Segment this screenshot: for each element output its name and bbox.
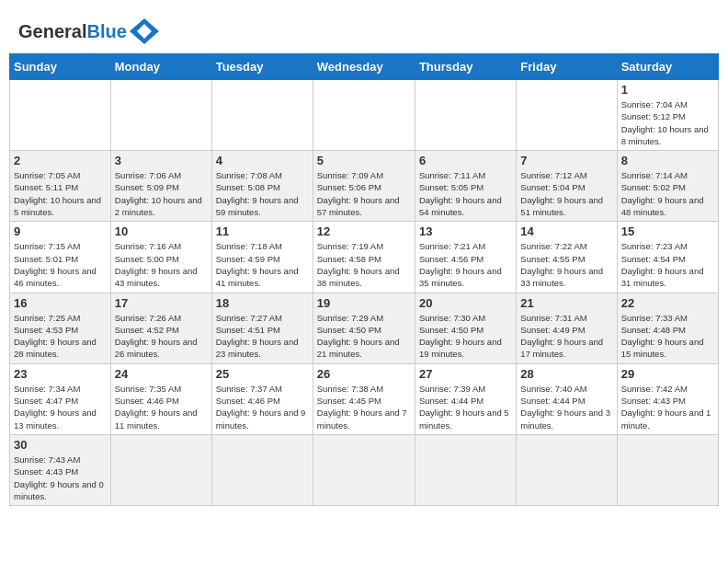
calendar-cell: 30Sunrise: 7:43 AM Sunset: 4:43 PM Dayli… — [10, 434, 111, 505]
calendar-cell: 15Sunrise: 7:23 AM Sunset: 4:54 PM Dayli… — [617, 222, 718, 293]
calendar-cell: 29Sunrise: 7:42 AM Sunset: 4:43 PM Dayli… — [617, 363, 718, 434]
day-number: 14 — [520, 224, 612, 238]
week-row-1: 2Sunrise: 7:05 AM Sunset: 5:11 PM Daylig… — [10, 151, 719, 222]
day-number: 9 — [14, 224, 107, 238]
weekday-header-monday: Monday — [110, 54, 211, 80]
week-row-3: 16Sunrise: 7:25 AM Sunset: 4:53 PM Dayli… — [10, 293, 719, 363]
header: GeneralBlue — [9, 9, 719, 49]
day-number: 19 — [317, 296, 411, 310]
calendar-cell: 13Sunrise: 7:21 AM Sunset: 4:56 PM Dayli… — [415, 222, 516, 293]
calendar-cell — [110, 80, 211, 151]
calendar-cell: 12Sunrise: 7:19 AM Sunset: 4:58 PM Dayli… — [313, 222, 415, 293]
calendar-cell: 27Sunrise: 7:39 AM Sunset: 4:44 PM Dayli… — [415, 363, 516, 434]
day-number: 21 — [520, 296, 612, 310]
calendar-cell: 1Sunrise: 7:04 AM Sunset: 5:12 PM Daylig… — [617, 80, 718, 151]
weekday-header-row: SundayMondayTuesdayWednesdayThursdayFrid… — [10, 54, 719, 80]
day-number: 6 — [419, 154, 512, 167]
calendar-cell: 26Sunrise: 7:38 AM Sunset: 4:45 PM Dayli… — [313, 363, 415, 434]
calendar-cell — [313, 434, 415, 505]
day-number: 1 — [621, 83, 714, 97]
calendar-cell: 22Sunrise: 7:33 AM Sunset: 4:48 PM Dayli… — [617, 293, 718, 363]
day-info: Sunrise: 7:23 AM Sunset: 4:54 PM Dayligh… — [621, 240, 714, 289]
calendar-cell — [10, 80, 111, 151]
day-number: 2 — [14, 154, 107, 167]
weekday-header-friday: Friday — [517, 54, 617, 80]
calendar-cell: 9Sunrise: 7:15 AM Sunset: 5:01 PM Daylig… — [10, 222, 111, 293]
day-info: Sunrise: 7:14 AM Sunset: 5:02 PM Dayligh… — [621, 169, 714, 218]
calendar-cell — [415, 434, 516, 505]
day-info: Sunrise: 7:31 AM Sunset: 4:49 PM Dayligh… — [520, 312, 612, 361]
calendar-cell: 14Sunrise: 7:22 AM Sunset: 4:55 PM Dayli… — [517, 222, 617, 293]
calendar-cell: 23Sunrise: 7:34 AM Sunset: 4:47 PM Dayli… — [10, 363, 111, 434]
day-number: 17 — [115, 296, 208, 310]
day-number: 29 — [621, 367, 714, 381]
calendar-cell: 24Sunrise: 7:35 AM Sunset: 4:46 PM Dayli… — [110, 363, 211, 434]
day-number: 10 — [115, 224, 208, 238]
day-info: Sunrise: 7:16 AM Sunset: 5:00 PM Dayligh… — [115, 240, 208, 289]
day-number: 11 — [216, 224, 309, 238]
day-number: 8 — [621, 154, 714, 167]
week-row-2: 9Sunrise: 7:15 AM Sunset: 5:01 PM Daylig… — [10, 222, 719, 293]
day-number: 26 — [317, 367, 411, 381]
day-number: 12 — [317, 224, 411, 238]
calendar-cell: 21Sunrise: 7:31 AM Sunset: 4:49 PM Dayli… — [517, 293, 617, 363]
calendar-cell: 18Sunrise: 7:27 AM Sunset: 4:51 PM Dayli… — [211, 293, 313, 363]
calendar-cell — [110, 434, 211, 505]
calendar-cell: 2Sunrise: 7:05 AM Sunset: 5:11 PM Daylig… — [10, 151, 111, 222]
calendar: SundayMondayTuesdayWednesdayThursdayFrid… — [9, 53, 719, 506]
calendar-cell: 17Sunrise: 7:26 AM Sunset: 4:52 PM Dayli… — [110, 293, 211, 363]
day-info: Sunrise: 7:25 AM Sunset: 4:53 PM Dayligh… — [14, 312, 107, 361]
calendar-cell: 16Sunrise: 7:25 AM Sunset: 4:53 PM Dayli… — [10, 293, 111, 363]
calendar-cell — [415, 80, 516, 151]
day-info: Sunrise: 7:39 AM Sunset: 4:44 PM Dayligh… — [419, 383, 512, 431]
day-number: 27 — [419, 367, 512, 381]
day-number: 24 — [115, 367, 208, 381]
day-info: Sunrise: 7:35 AM Sunset: 4:46 PM Dayligh… — [115, 383, 208, 431]
week-row-0: 1Sunrise: 7:04 AM Sunset: 5:12 PM Daylig… — [10, 80, 719, 151]
day-info: Sunrise: 7:40 AM Sunset: 4:44 PM Dayligh… — [520, 383, 612, 431]
day-info: Sunrise: 7:33 AM Sunset: 4:48 PM Dayligh… — [621, 312, 714, 361]
day-number: 22 — [621, 296, 714, 310]
calendar-cell — [517, 434, 617, 505]
day-number: 3 — [115, 154, 208, 167]
weekday-header-tuesday: Tuesday — [211, 54, 313, 80]
day-number: 7 — [520, 154, 612, 167]
day-info: Sunrise: 7:11 AM Sunset: 5:05 PM Dayligh… — [419, 169, 512, 218]
day-info: Sunrise: 7:26 AM Sunset: 4:52 PM Dayligh… — [115, 312, 208, 361]
day-info: Sunrise: 7:27 AM Sunset: 4:51 PM Dayligh… — [216, 312, 309, 361]
day-number: 16 — [14, 296, 107, 310]
day-info: Sunrise: 7:30 AM Sunset: 4:50 PM Dayligh… — [419, 312, 512, 361]
day-info: Sunrise: 7:42 AM Sunset: 4:43 PM Dayligh… — [621, 383, 714, 431]
day-number: 23 — [14, 367, 107, 381]
calendar-cell: 10Sunrise: 7:16 AM Sunset: 5:00 PM Dayli… — [110, 222, 211, 293]
day-number: 4 — [216, 154, 309, 167]
weekday-header-sunday: Sunday — [10, 54, 111, 80]
weekday-header-saturday: Saturday — [617, 54, 718, 80]
day-info: Sunrise: 7:06 AM Sunset: 5:09 PM Dayligh… — [115, 169, 208, 218]
calendar-cell: 11Sunrise: 7:18 AM Sunset: 4:59 PM Dayli… — [211, 222, 313, 293]
day-number: 15 — [621, 224, 714, 238]
calendar-cell — [517, 80, 617, 151]
day-info: Sunrise: 7:15 AM Sunset: 5:01 PM Dayligh… — [14, 240, 107, 289]
day-info: Sunrise: 7:08 AM Sunset: 5:08 PM Dayligh… — [216, 169, 309, 218]
calendar-cell: 25Sunrise: 7:37 AM Sunset: 4:46 PM Dayli… — [211, 363, 313, 434]
calendar-cell: 8Sunrise: 7:14 AM Sunset: 5:02 PM Daylig… — [617, 151, 718, 222]
calendar-cell: 5Sunrise: 7:09 AM Sunset: 5:06 PM Daylig… — [313, 151, 415, 222]
calendar-cell: 28Sunrise: 7:40 AM Sunset: 4:44 PM Dayli… — [517, 363, 617, 434]
day-info: Sunrise: 7:09 AM Sunset: 5:06 PM Dayligh… — [317, 169, 411, 218]
day-info: Sunrise: 7:29 AM Sunset: 4:50 PM Dayligh… — [317, 312, 411, 361]
week-row-5: 30Sunrise: 7:43 AM Sunset: 4:43 PM Dayli… — [10, 434, 719, 505]
day-info: Sunrise: 7:12 AM Sunset: 5:04 PM Dayligh… — [520, 169, 612, 218]
day-info: Sunrise: 7:38 AM Sunset: 4:45 PM Dayligh… — [317, 383, 411, 431]
day-number: 28 — [520, 367, 612, 381]
calendar-cell: 6Sunrise: 7:11 AM Sunset: 5:05 PM Daylig… — [415, 151, 516, 222]
day-info: Sunrise: 7:18 AM Sunset: 4:59 PM Dayligh… — [216, 240, 309, 289]
logo-icon — [130, 18, 159, 44]
day-info: Sunrise: 7:19 AM Sunset: 4:58 PM Dayligh… — [317, 240, 411, 289]
calendar-cell: 4Sunrise: 7:08 AM Sunset: 5:08 PM Daylig… — [211, 151, 313, 222]
day-number: 30 — [14, 438, 107, 452]
day-number: 25 — [216, 367, 309, 381]
calendar-cell — [313, 80, 415, 151]
day-info: Sunrise: 7:05 AM Sunset: 5:11 PM Dayligh… — [14, 169, 107, 218]
logo-text: GeneralBlue — [18, 21, 127, 41]
